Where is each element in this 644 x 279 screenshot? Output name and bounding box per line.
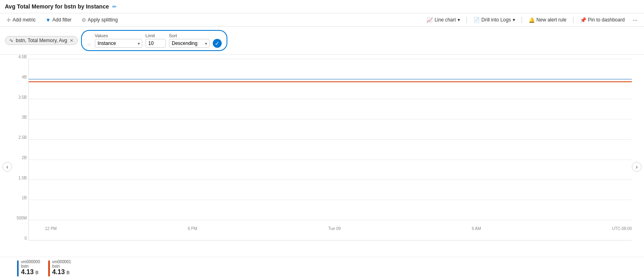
sort-select[interactable]: DescendingAscending [169,39,210,48]
add-filter-label: Add filter [52,17,71,23]
filter-icon: ▼ [45,17,51,23]
values-select[interactable]: InstanceResource GroupSubscription [95,39,142,48]
toolbar-divider-3 [573,17,573,23]
legend-instance-1: vm000001 [52,260,71,264]
line-chart-icon: 📈 [426,17,433,23]
drill-into-logs-label: Drill into Logs [481,17,511,23]
gridline-8 [29,200,632,200]
x-label-6pm: 6 PM [188,226,197,231]
legend-value-1: 4.13 B [52,268,71,276]
sort-label: Sort [169,33,210,38]
legend-text-0: vm000000 bstn 4.13 B [21,260,40,276]
legend-color-bar-1 [48,260,50,277]
chart-nav-right-button[interactable]: › [632,162,642,172]
toolbar-left: ✛ Add metric ▼ Add filter ⚙ Apply splitt… [5,16,418,24]
limit-label: Limit [145,33,166,38]
legend-metric-1: bstn [52,264,71,268]
page: Avg Total Memory for bstn by Instance ✏ … [0,0,644,279]
toolbar-divider-1 [466,17,467,23]
metric-tag-icon: ∿ [9,38,13,43]
values-select-wrapper: InstanceResource GroupSubscription [95,39,142,48]
legend-text-1: vm000001 bstn 4.13 B [52,260,71,276]
metric-tag-label: bstn, Total Memory, Avg [16,38,67,43]
y-label-1b: 1B [22,196,27,200]
gridline-4 [29,119,632,119]
chart-plot: 12 PM 6 PM Tue 09 6 AM UTC-08:00 [28,59,632,241]
confirm-splitting-button[interactable]: ✓ [213,39,222,48]
x-label-tue09: Tue 09 [328,226,341,231]
line-chart-label: Line chart [434,17,456,23]
y-label-2-5b: 2.5B [18,135,27,140]
legend-metric-0: bstn [21,264,40,268]
legend-item-1: vm000001 bstn 4.13 B [48,260,71,277]
gridline-5 [29,139,632,140]
y-label-0: 0 [24,236,27,241]
y-label-4b: 4B [22,75,27,79]
data-line-red [29,81,632,82]
chart-container: ‹ › 4.5B 4B 3.5B 3B 2.5B 2B 1.5B 1B 500M… [0,55,644,279]
data-line-blue [29,79,632,80]
x-label-12pm: 12 PM [45,226,57,231]
limit-group: Limit [145,33,166,48]
edit-title-icon[interactable]: ✏ [112,4,117,10]
y-label-2b: 2B [22,155,27,160]
gridline-3 [29,99,632,99]
x-label-6am: 6 AM [472,226,481,231]
splitting-panel: ∿ bstn, Total Memory, Avg ✕ ⁙ Values Ins… [0,27,644,55]
gridline-9 [29,220,632,220]
new-alert-rule-button[interactable]: 🔔 New alert rule [527,16,568,24]
logs-chevron: ▾ [513,17,515,23]
more-icon: ··· [633,17,638,23]
apply-splitting-button[interactable]: ⚙ Apply splitting [80,16,120,24]
y-label-3-5b: 3.5B [18,95,27,100]
limit-input[interactable] [145,39,166,48]
y-label-4-5b: 4.5B [18,55,27,59]
splitting-controls-icon: ⁙ [87,41,92,48]
chart-nav-left-button[interactable]: ‹ [2,162,12,172]
sort-select-wrapper: DescendingAscending [169,39,210,48]
metric-tag: ∿ bstn, Total Memory, Avg ✕ [5,36,78,45]
x-label-utc: UTC-08:00 [612,226,632,231]
toolbar-right: 📈 Line chart ▾ 📄 Drill into Logs ▾ 🔔 New… [425,16,639,24]
alert-icon: 🔔 [528,17,535,23]
more-options-button[interactable]: ··· [631,16,639,24]
gridline-1 [29,59,632,59]
legend: vm000000 bstn 4.13 B vm000001 bstn 4.13 … [0,257,644,279]
sort-group: Sort DescendingAscending [169,33,210,48]
line-chart-button[interactable]: 📈 Line chart ▾ [425,16,462,24]
splitting-controls: ⁙ Values InstanceResource GroupSubscript… [81,30,227,51]
y-axis: 4.5B 4B 3.5B 3B 2.5B 2B 1.5B 1B 500M 0 [12,55,28,241]
legend-value-0: 4.13 B [21,268,40,276]
new-alert-rule-label: New alert rule [537,17,567,23]
pin-to-dashboard-button[interactable]: 📌 Pin to dashboard [578,16,627,24]
drill-into-logs-button[interactable]: 📄 Drill into Logs ▾ [472,16,517,24]
legend-item-0: vm000000 bstn 4.13 B [17,260,40,277]
chart-area: 4.5B 4B 3.5B 3B 2.5B 2B 1.5B 1B 500M 0 [12,55,632,257]
metric-tag-close-button[interactable]: ✕ [70,38,73,43]
pin-to-dashboard-label: Pin to dashboard [588,17,625,23]
pin-icon: 📌 [580,17,586,23]
splitting-icon: ⚙ [81,17,86,23]
toolbar-divider-2 [522,17,522,23]
title-bar: Avg Total Memory for bstn by Instance ✏ [0,0,644,13]
y-label-1-5b: 1.5B [18,176,27,180]
add-metric-icon: ✛ [6,17,11,23]
y-label-500m: 500M [17,216,27,220]
legend-unit-0: B [36,270,39,275]
gridline-7 [29,179,632,180]
add-metric-button[interactable]: ✛ Add metric [5,16,37,24]
add-metric-label: Add metric [13,17,36,23]
line-chart-chevron: ▾ [458,17,460,23]
legend-instance-0: vm000000 [21,260,40,264]
apply-splitting-label: Apply splitting [88,17,118,23]
legend-unit-1: B [66,270,69,275]
logs-icon: 📄 [473,17,480,23]
add-filter-button[interactable]: ▼ Add filter [44,16,73,24]
y-label-3b: 3B [22,115,27,119]
toolbar: ✛ Add metric ▼ Add filter ⚙ Apply splitt… [0,13,644,27]
values-group: Values InstanceResource GroupSubscriptio… [95,33,142,48]
legend-color-bar-0 [17,260,19,277]
values-label: Values [95,33,142,38]
x-axis: 12 PM 6 PM Tue 09 6 AM UTC-08:00 [45,225,632,240]
page-title: Avg Total Memory for bstn by Instance [5,3,109,10]
